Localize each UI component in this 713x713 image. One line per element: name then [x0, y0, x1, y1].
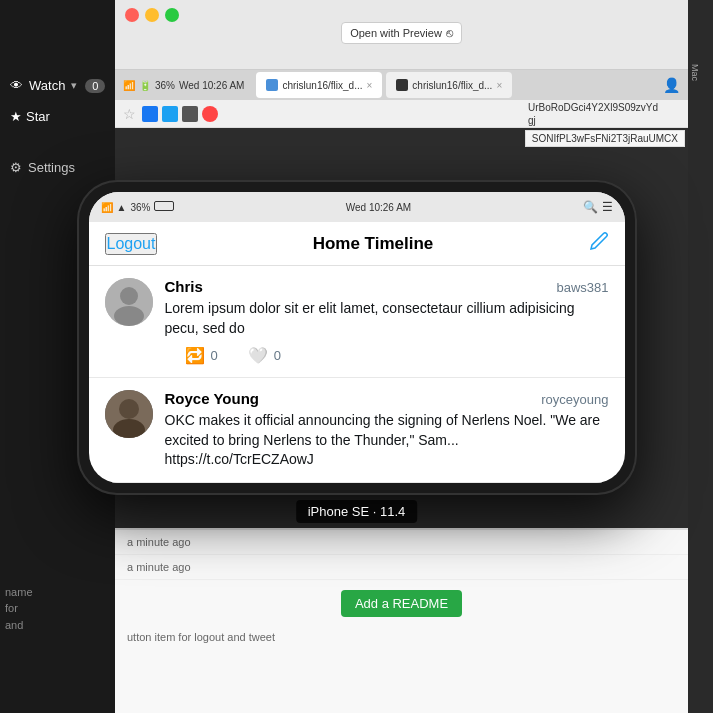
tweet-header-2: Royce Young royceyoung: [165, 390, 609, 407]
timestamp-row-2: a minute ago: [115, 555, 688, 580]
tweet-text-2: OKC makes it official announcing the sig…: [165, 411, 609, 470]
ios-screen: 📶 ▲ 36% Wed 10:26 AM 🔍 ☰ Logout Home Tim…: [89, 192, 625, 483]
status-time: Wed 10:26 AM: [179, 80, 244, 91]
toolbar-row: Open with Preview ⎋: [115, 22, 688, 44]
home-timeline-title: Home Timeline: [313, 234, 434, 254]
timestamp-row-1: a minute ago: [115, 530, 688, 555]
retweet-btn-1[interactable]: 🔁 0: [185, 346, 218, 365]
ios-device-container: 📶 ▲ 36% Wed 10:26 AM 🔍 ☰ Logout Home Tim…: [77, 180, 637, 495]
sidebar-for-text: for: [5, 600, 33, 617]
star-label: Star: [26, 109, 50, 124]
wifi-status-icon: ▲: [117, 202, 127, 213]
chevron-icon: ▾: [71, 79, 77, 92]
tab-2-close[interactable]: ×: [496, 80, 502, 91]
wifi-icon: 📶: [123, 80, 135, 91]
avatar-2: [105, 390, 153, 438]
bookmark-icon[interactable]: ☆: [123, 106, 136, 122]
compose-icon[interactable]: [589, 231, 609, 256]
bottom-info: utton item for logout and tweet: [115, 627, 688, 647]
open-preview-label: Open with Preview: [350, 27, 442, 39]
tab-bar-actions: 👤: [663, 77, 680, 93]
open-preview-button[interactable]: Open with Preview ⎋: [341, 22, 462, 44]
avatar-placeholder-1: [105, 278, 153, 326]
browser-tabs: 📶 🔋 36% Wed 10:26 AM chrislun16/flix_d..…: [115, 70, 688, 100]
overlay-text-2: gj: [528, 114, 658, 127]
gear-icon: ⚙: [10, 160, 22, 175]
timestamp-1: a minute ago: [127, 536, 191, 548]
right-overlay-text: UrBoRoDGci4Y2Xl9S09zvYd gj: [528, 100, 658, 127]
watch-count: 0: [85, 79, 105, 93]
tweet-item-1: Chris baws381 Lorem ipsum dolor sit er e…: [89, 266, 625, 378]
bookmark-x: [202, 106, 218, 122]
tab-1-close[interactable]: ×: [366, 80, 372, 91]
heart-icon: 🤍: [248, 346, 268, 365]
battery-icon: 🔋: [139, 80, 151, 91]
close-button[interactable]: [125, 8, 139, 22]
add-readme-container: Add a README: [115, 590, 688, 617]
code-text: SONIfPL3wFsFNi2T3jRauUMCX: [532, 133, 678, 144]
tweet-actions-1: 🔁 0 🤍 0: [165, 346, 609, 365]
like-count-1: 0: [274, 348, 281, 363]
tab-1-label: chrislun16/flix_d...: [282, 80, 362, 91]
sidebar-bottom-text: name for and: [5, 584, 33, 634]
star-icon: ★: [10, 109, 22, 124]
logout-button[interactable]: Logout: [105, 233, 158, 255]
tab-2-favicon: [396, 79, 408, 91]
url-bar-row: ☆ UrBoRoDGci4Y2Xl9S09zvYd gj: [115, 100, 688, 128]
tweet-item-2: Royce Young royceyoung OKC makes it offi…: [89, 378, 625, 483]
bookmark-git: [182, 106, 198, 122]
timestamp-2: a minute ago: [127, 561, 191, 573]
share-icon: ⎋: [446, 26, 453, 40]
device-label: iPhone SE · 11.4: [296, 500, 418, 523]
battery-visual: [154, 201, 174, 213]
sidebar-settings[interactable]: ⚙ Settings: [0, 152, 115, 183]
svg-point-1: [120, 287, 138, 305]
list-icon[interactable]: ☰: [602, 200, 613, 214]
right-sidebar: Mac: [688, 0, 713, 713]
tab-2-label: chrislun16/flix_d...: [412, 80, 492, 91]
minimize-button[interactable]: [145, 8, 159, 22]
ios-frame: 📶 ▲ 36% Wed 10:26 AM 🔍 ☰ Logout Home Tim…: [77, 180, 637, 495]
avatar-1: [105, 278, 153, 326]
add-readme-button[interactable]: Add a README: [341, 590, 462, 617]
battery-percent: 36%: [155, 80, 175, 91]
status-icons: 📶 🔋 36% Wed 10:26 AM: [123, 80, 244, 91]
status-time-ios: Wed 10:26 AM: [346, 202, 411, 213]
like-btn-1[interactable]: 🤍 0: [248, 346, 281, 365]
bottom-content-area: a minute ago a minute ago Add a README u…: [115, 528, 688, 713]
ios-status-bar: 📶 ▲ 36% Wed 10:26 AM 🔍 ☰: [89, 192, 625, 222]
retweet-icon: 🔁: [185, 346, 205, 365]
tab-2[interactable]: chrislun16/flix_d... ×: [386, 72, 512, 98]
tweet-content-2: Royce Young royceyoung OKC makes it offi…: [165, 390, 609, 470]
tweet-handle-1: baws381: [556, 280, 608, 295]
status-left: 📶 ▲ 36%: [101, 201, 175, 213]
tab-1-favicon: [266, 79, 278, 91]
bookmarks: [142, 106, 218, 122]
tweet-name-2: Royce Young: [165, 390, 259, 407]
settings-label: Settings: [28, 160, 75, 175]
sidebar-name-text: name: [5, 584, 33, 601]
watch-label: Watch: [29, 78, 65, 93]
browser-chrome: Open with Preview ⎋: [115, 0, 688, 70]
svg-point-2: [114, 306, 144, 326]
tweet-handle-2: royceyoung: [541, 392, 608, 407]
login-icon[interactable]: 👤: [663, 77, 680, 93]
maximize-button[interactable]: [165, 8, 179, 22]
bookmark-tw: [162, 106, 178, 122]
overlay-text-1: UrBoRoDGci4Y2Xl9S09zvYd: [528, 101, 658, 114]
svg-point-4: [119, 399, 139, 419]
search-icon[interactable]: 🔍: [583, 200, 598, 214]
sidebar-star[interactable]: ★ Star: [0, 101, 115, 132]
status-right: 🔍 ☰: [583, 200, 613, 214]
tab-1[interactable]: chrislun16/flix_d... ×: [256, 72, 382, 98]
eye-icon: 👁: [10, 78, 23, 93]
tweet-text-1: Lorem ipsum dolor sit er elit lamet, con…: [165, 299, 609, 338]
code-overlay: SONIfPL3wFsFNi2T3jRauUMCX: [525, 130, 685, 147]
tweet-header-1: Chris baws381: [165, 278, 609, 295]
tweet-name-1: Chris: [165, 278, 203, 295]
info-text: utton item for logout and tweet: [127, 631, 275, 643]
bookmark-fb: [142, 106, 158, 122]
battery-status-icon: 36%: [130, 202, 150, 213]
sidebar-watch[interactable]: 👁 Watch ▾ 0: [0, 70, 115, 101]
app-header: Logout Home Timeline: [89, 222, 625, 266]
